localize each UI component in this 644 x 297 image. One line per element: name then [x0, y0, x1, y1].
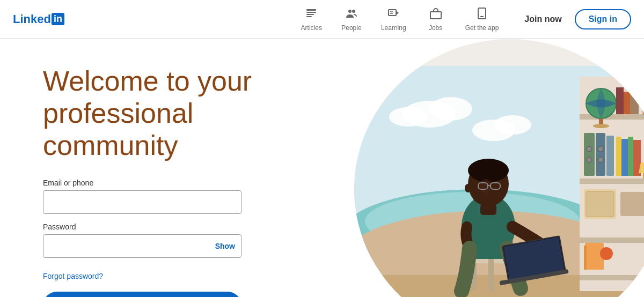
svg-rect-55 [620, 192, 644, 216]
svg-rect-1 [306, 12, 316, 13]
show-password-button[interactable]: Show [215, 242, 235, 250]
password-input[interactable] [43, 234, 241, 258]
svg-point-4 [348, 10, 352, 13]
svg-point-17 [429, 97, 472, 121]
forgot-password-link[interactable]: Forgot password? [43, 272, 103, 280]
svg-point-42 [587, 157, 592, 162]
svg-point-61 [600, 247, 613, 260]
svg-point-18 [389, 107, 427, 127]
svg-point-20 [494, 115, 531, 135]
svg-rect-29 [580, 275, 644, 280]
nav-get-the-app[interactable]: Get the app [457, 5, 508, 34]
svg-rect-48 [621, 139, 628, 176]
svg-point-73 [468, 159, 509, 182]
linkedin-logo[interactable]: Linked in [13, 12, 64, 26]
main-nav: Articles People [292, 5, 508, 34]
logo-text: Linked [13, 12, 51, 26]
svg-rect-40 [584, 133, 595, 176]
svg-point-78 [465, 184, 471, 192]
email-input[interactable] [43, 190, 241, 214]
svg-point-5 [352, 10, 355, 13]
svg-rect-6 [389, 10, 396, 16]
svg-point-41 [587, 146, 592, 152]
get-app-label: Get the app [465, 24, 499, 32]
left-section: Welcome to your professional community E… [43, 65, 301, 297]
svg-marker-7 [396, 11, 399, 15]
svg-rect-10 [430, 12, 441, 19]
jobs-icon [429, 7, 442, 23]
svg-rect-27 [580, 179, 644, 184]
svg-rect-43 [596, 133, 605, 176]
nav-articles[interactable]: Articles [292, 5, 331, 34]
svg-rect-79 [480, 204, 496, 215]
join-now-button[interactable]: Join now [516, 10, 570, 28]
password-label: Password [43, 222, 301, 231]
nav-jobs[interactable]: Jobs [417, 5, 455, 34]
header: Linked in Articles [0, 0, 644, 39]
svg-rect-35 [630, 90, 639, 114]
logo-container: Linked in [13, 12, 64, 26]
header-actions: Join now Sign in [516, 9, 631, 29]
svg-rect-33 [616, 87, 624, 114]
welcome-title: Welcome to your professional community [43, 65, 301, 161]
svg-rect-34 [624, 92, 630, 114]
svg-rect-47 [616, 137, 621, 176]
app-icon [475, 7, 488, 23]
svg-point-32 [593, 124, 609, 128]
header-signin-button[interactable]: Sign in [575, 9, 631, 29]
main-content: Welcome to your professional community E… [0, 39, 644, 297]
articles-icon [305, 7, 318, 23]
people-icon [345, 7, 358, 23]
svg-rect-2 [306, 14, 314, 15]
password-wrapper: Show [43, 234, 241, 258]
svg-rect-3 [306, 16, 312, 17]
svg-rect-26 [580, 114, 644, 120]
articles-label: Articles [301, 24, 322, 32]
learning-icon [387, 7, 400, 23]
svg-point-80 [473, 192, 488, 203]
svg-point-45 [598, 157, 603, 162]
svg-rect-60 [584, 246, 587, 270]
svg-rect-28 [580, 237, 644, 243]
hero-illustration [322, 39, 644, 297]
svg-rect-49 [628, 137, 633, 176]
svg-rect-0 [306, 9, 316, 11]
email-label: Email or phone [43, 179, 301, 187]
nav-learning[interactable]: Learning [372, 5, 415, 34]
jobs-label: Jobs [429, 24, 442, 32]
svg-rect-46 [606, 136, 614, 176]
learning-label: Learning [381, 24, 406, 32]
people-label: People [341, 24, 361, 32]
nav-people[interactable]: People [333, 5, 370, 34]
svg-point-44 [598, 146, 603, 152]
password-form-group: Password Show [43, 222, 301, 258]
signin-main-button[interactable]: Sign in [43, 292, 241, 297]
logo-box: in [52, 13, 64, 25]
svg-rect-54 [586, 191, 614, 217]
email-form-group: Email or phone [43, 179, 301, 214]
